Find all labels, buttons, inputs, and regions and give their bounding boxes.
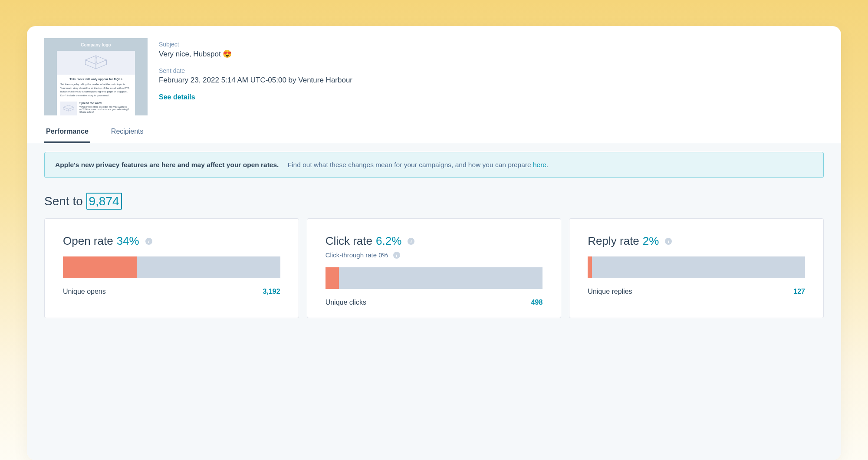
reply-rate-pct: 2% — [643, 234, 659, 248]
thumbnail-logo-text: Company logo — [81, 43, 111, 47]
email-header: Company logo This block will only appear… — [27, 26, 841, 115]
reply-rate-bar — [588, 256, 805, 278]
email-thumbnail[interactable]: Company logo This block will only appear… — [44, 38, 148, 115]
sent-date-value: February 23, 2022 5:14 AM UTC-05:00 by V… — [159, 76, 352, 85]
open-rate-title: Open rate 34% i — [63, 234, 280, 248]
thumbnail-hero-image — [57, 51, 135, 75]
tab-performance[interactable]: Performance — [44, 128, 90, 143]
click-rate-bar-fill — [326, 267, 339, 289]
unique-clicks-label: Unique clicks — [326, 299, 366, 306]
info-icon[interactable]: i — [408, 238, 414, 245]
reply-rate-card: Reply rate 2% i Unique replies 127 — [569, 218, 824, 318]
unique-clicks-value: 498 — [531, 299, 543, 306]
info-icon[interactable]: i — [145, 238, 152, 245]
unique-opens-label: Unique opens — [63, 288, 106, 296]
sent-to-count[interactable]: 9,874 — [86, 193, 122, 210]
unique-opens-value: 3,192 — [263, 288, 280, 296]
click-rate-title: Click rate 6.2% i — [326, 234, 543, 248]
subject-label: Subject — [159, 41, 352, 48]
see-details-link[interactable]: See details — [159, 93, 352, 101]
click-rate-card: Click rate 6.2% i Click-through rate 0% … — [307, 218, 562, 318]
reply-rate-bar-fill — [588, 256, 592, 278]
click-rate-pct: 6.2% — [376, 234, 401, 248]
privacy-notice: Apple's new privacy features are here an… — [44, 152, 824, 178]
unique-replies-value: 127 — [793, 288, 805, 296]
tabs: Performance Recipients — [27, 115, 841, 143]
sent-to: Sent to 9,874 — [44, 193, 824, 210]
notice-headline: Apple's new privacy features are here an… — [55, 161, 279, 168]
reply-rate-title: Reply rate 2% i — [588, 234, 805, 248]
tab-recipients[interactable]: Recipients — [109, 128, 145, 143]
stats-row: Open rate 34% i Unique opens 3,192 Click… — [44, 218, 824, 318]
open-rate-pct: 34% — [117, 234, 139, 248]
info-icon[interactable]: i — [393, 252, 400, 259]
subject-value: Very nice, Hubspot 😍 — [159, 49, 352, 59]
click-through-sub: Click-through rate 0% i — [326, 251, 543, 259]
sent-to-label: Sent to — [44, 194, 86, 208]
thumbnail-text-block: This block will only appear for MQLs Set… — [57, 75, 135, 100]
info-icon[interactable]: i — [665, 238, 672, 245]
open-rate-bar-fill — [63, 256, 137, 278]
unique-replies-label: Unique replies — [588, 288, 632, 296]
notice-text: Find out what these changes mean for you… — [288, 161, 533, 168]
sent-date-label: Sent date — [159, 67, 352, 74]
open-rate-card: Open rate 34% i Unique opens 3,192 — [44, 218, 299, 318]
notice-link[interactable]: here — [533, 161, 546, 168]
email-performance-panel: Company logo This block will only appear… — [27, 26, 841, 460]
thumbnail-spread-block: Spread the word What interesting project… — [57, 100, 135, 115]
click-rate-bar — [326, 267, 543, 289]
performance-content: Apple's new privacy features are here an… — [27, 143, 841, 460]
email-meta: Subject Very nice, Hubspot 😍 Sent date F… — [159, 38, 352, 115]
open-rate-bar — [63, 256, 280, 278]
